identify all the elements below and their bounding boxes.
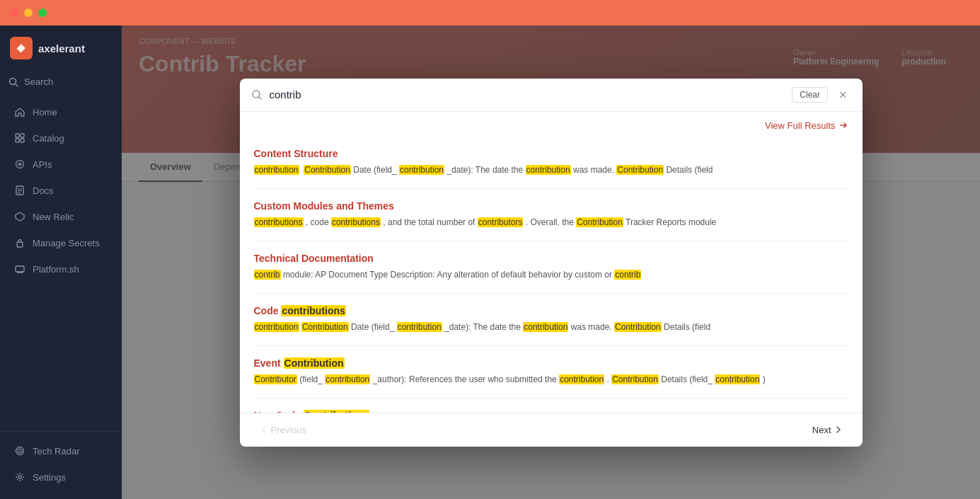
svg-point-0 [10,78,16,84]
view-full-results-label: View Full Results [765,120,835,131]
svg-point-11 [19,450,21,452]
search-input[interactable] [270,88,785,101]
result-item-custom-modules[interactable]: Custom Modules and Themes contributions … [254,189,848,241]
previous-button[interactable]: Previous [254,422,313,438]
highlight: Contribution [616,165,664,175]
previous-label: Previous [271,425,307,435]
sidebar-label-tech-radar: Tech Radar [33,446,79,457]
highlight: Contribution [611,374,659,384]
highlight: Contribution [614,322,662,332]
apis-icon [14,159,25,170]
view-full-results-row: View Full Results [240,112,863,137]
sidebar-label-home: Home [33,107,57,117]
highlight: Contribution [284,357,345,369]
search-clear-button[interactable]: Clear [792,87,828,103]
highlight: contrib [254,270,281,280]
highlight: contribution [325,374,370,384]
search-modal: Clear × View Full Results [240,79,863,447]
highlight: contributions [281,305,345,316]
highlight: contribution [397,322,442,332]
result-item-technical-docs[interactable]: Technical Documentation contrib module: … [254,241,848,294]
svg-rect-1 [16,134,19,137]
traffic-light-green[interactable] [38,8,47,17]
highlight: Contribution [301,322,349,332]
svg-rect-4 [21,139,24,142]
svg-rect-2 [21,134,24,137]
next-label: Next [812,425,831,435]
logo-icon [10,37,33,59]
arrow-right-icon [838,120,848,130]
view-full-results-link[interactable]: View Full Results [765,120,848,131]
result-item-event-contribution[interactable]: Event Contribution Contributor (field_ c… [254,346,848,398]
result-snippet-code-contributions: contribution Contribution Date (field_ c… [254,321,848,334]
svg-rect-8 [16,266,24,272]
catalog-icon [14,132,25,144]
secrets-icon [14,237,25,248]
home-icon [14,106,25,117]
highlight: contribution [254,322,299,332]
result-title-event-contribution: Event Contribution [254,357,848,369]
svg-rect-7 [17,242,23,247]
sidebar-label-manage-secrets: Manage Secrets [33,238,100,248]
highlight: contributions [331,217,381,227]
settings-icon [14,471,25,483]
logo-text: axelerant [38,42,85,55]
highlight: contributors [478,217,524,227]
chevron-left-icon [260,425,268,434]
highlight: contribution [715,374,760,384]
result-item-content-structure[interactable]: Content Structure contribution Contribut… [254,137,848,189]
highlight: contrib [614,270,641,280]
sidebar-item-catalog[interactable]: Catalog [4,125,117,151]
result-title-custom-modules: Custom Modules and Themes [254,200,848,212]
result-item-non-code-contributions[interactable]: Non Code Contributions Contribution Auth… [254,398,848,412]
search-close-button[interactable]: × [835,87,851,103]
result-title-technical-docs: Technical Documentation [254,253,848,264]
sidebar-nav: Home Catalog [0,93,122,431]
sidebar-item-new-relic[interactable]: New Relic [4,204,117,229]
sidebar-logo: axelerant [0,25,122,71]
highlight: contribution [523,322,568,332]
highlight: Contribution [304,165,351,175]
highlight: Contribution [576,217,623,227]
highlight: contribution [526,165,571,175]
result-snippet-technical-docs: contrib module: AP Document Type Descrip… [254,268,848,282]
radar-icon [14,445,25,457]
svg-point-12 [18,476,21,478]
traffic-light-red[interactable] [10,8,18,17]
sidebar-item-docs[interactable]: Docs [4,178,117,203]
sidebar-label-platform-sh: Platform.sh [33,264,79,275]
search-header: Clear × [240,79,863,112]
sidebar-label-new-relic: New Relic [33,212,74,222]
highlight: contribution [254,165,299,175]
platform-icon [14,263,25,275]
app-container: axelerant Search Home [0,25,980,499]
sidebar-item-home[interactable]: Home [4,99,117,125]
highlight: contribution [399,165,444,175]
highlight: contributions [254,217,304,227]
search-footer: Previous Next [240,413,863,447]
search-modal-icon [251,89,263,101]
result-item-code-contributions[interactable]: Code contributions contribution Contribu… [254,294,848,346]
result-title-content-structure: Content Structure [254,148,848,159]
sidebar-item-tech-radar[interactable]: Tech Radar [4,438,117,464]
sidebar-bottom: Tech Radar Settings [0,431,122,499]
sidebar-item-platform-sh[interactable]: Platform.sh [4,256,117,282]
main-area: COMPONENT — WEBSITE Contrib Tracker Owne… [122,25,980,499]
traffic-light-yellow[interactable] [24,8,33,17]
window-chrome [0,0,980,25]
result-title-code-contributions: Code contributions [254,305,848,316]
sidebar-search-button[interactable]: Search [0,71,122,93]
result-snippet-event-contribution: Contributor (field_ contribution _author… [254,373,848,386]
highlight: contribution [559,374,604,384]
sidebar-item-manage-secrets[interactable]: Manage Secrets [4,230,117,256]
newrelic-icon [14,211,25,222]
sidebar-label-apis: APIs [33,159,52,170]
sidebar-item-apis[interactable]: APIs [4,151,117,177]
sidebar-label-settings: Settings [33,472,66,483]
sidebar-item-settings[interactable]: Settings [4,464,117,490]
svg-rect-3 [16,139,19,142]
modal-overlay[interactable]: Clear × View Full Results [122,25,980,499]
next-button[interactable]: Next [807,422,848,438]
chevron-right-icon [834,425,843,434]
search-icon [8,77,18,87]
